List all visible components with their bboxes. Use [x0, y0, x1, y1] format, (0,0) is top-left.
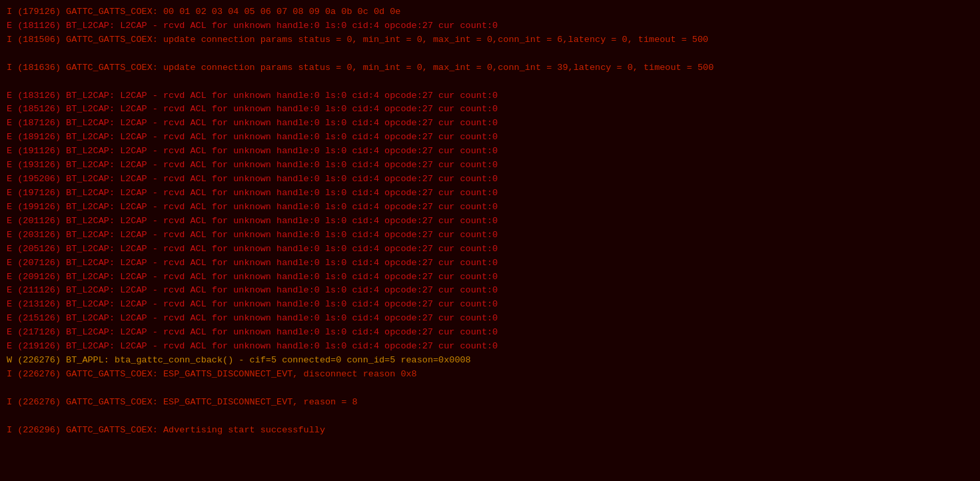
log-line: I (226276) GATTC_GATTS_COEX: ESP_GATTC_D… [7, 396, 973, 410]
log-container: I (179126) GATTC_GATTS_COEX: 00 01 02 03… [7, 5, 973, 438]
log-line: E (203126) BT_L2CAP: L2CAP - rcvd ACL fo… [7, 229, 973, 242]
log-line: E (209126) BT_L2CAP: L2CAP - rcvd ACL fo… [7, 270, 973, 284]
log-line: E (181126) BT_L2CAP: L2CAP - rcvd ACL fo… [7, 19, 973, 33]
log-line [7, 75, 973, 89]
log-line: E (197126) BT_L2CAP: L2CAP - rcvd ACL fo… [7, 187, 973, 201]
log-line: E (219126) BT_L2CAP: L2CAP - rcvd ACL fo… [7, 340, 973, 354]
log-line: E (189126) BT_L2CAP: L2CAP - rcvd ACL fo… [7, 131, 973, 145]
log-line: E (191126) BT_L2CAP: L2CAP - rcvd ACL fo… [7, 145, 973, 159]
log-line: E (211126) BT_L2CAP: L2CAP - rcvd ACL fo… [7, 284, 973, 298]
log-line: I (179126) GATTC_GATTS_COEX: 00 01 02 03… [7, 5, 973, 19]
log-line: I (181506) GATTC_GATTS_COEX: update conn… [7, 33, 973, 47]
log-line: E (213126) BT_L2CAP: L2CAP - rcvd ACL fo… [7, 298, 973, 312]
log-line: E (187126) BT_L2CAP: L2CAP - rcvd ACL fo… [7, 117, 973, 131]
log-line: E (195206) BT_L2CAP: L2CAP - rcvd ACL fo… [7, 173, 973, 187]
log-line: E (183126) BT_L2CAP: L2CAP - rcvd ACL fo… [7, 89, 973, 103]
log-line: I (181636) GATTC_GATTS_COEX: update conn… [7, 61, 973, 75]
log-line [7, 410, 973, 424]
log-line: E (205126) BT_L2CAP: L2CAP - rcvd ACL fo… [7, 242, 973, 256]
log-line: E (215126) BT_L2CAP: L2CAP - rcvd ACL fo… [7, 312, 973, 326]
log-line [7, 47, 973, 61]
log-line: W (226276) BT_APPL: bta_gattc_conn_cback… [7, 354, 973, 368]
log-line: I (226276) GATTC_GATTS_COEX: ESP_GATTS_D… [7, 368, 973, 382]
log-line: E (199126) BT_L2CAP: L2CAP - rcvd ACL fo… [7, 201, 973, 215]
log-line: E (217126) BT_L2CAP: L2CAP - rcvd ACL fo… [7, 326, 973, 340]
log-line: E (201126) BT_L2CAP: L2CAP - rcvd ACL fo… [7, 215, 973, 229]
log-line: E (185126) BT_L2CAP: L2CAP - rcvd ACL fo… [7, 103, 973, 117]
log-line [7, 382, 973, 396]
log-line: E (207126) BT_L2CAP: L2CAP - rcvd ACL fo… [7, 256, 973, 270]
log-line: E (193126) BT_L2CAP: L2CAP - rcvd ACL fo… [7, 159, 973, 173]
log-line: I (226296) GATTC_GATTS_COEX: Advertising… [7, 424, 973, 438]
